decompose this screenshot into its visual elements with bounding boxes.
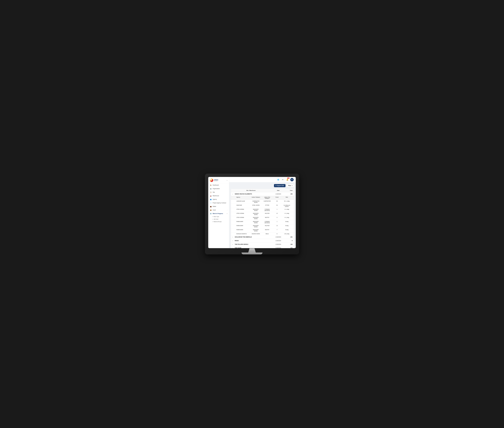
group-total: 241 — [286, 236, 294, 238]
group-row-riona[interactable]: ∨ RIONA 1/18/2024 9 — [231, 239, 294, 243]
sub-table-header: Agency Labour Category Labour Sub Catego… — [231, 196, 294, 200]
sub-col-labour-cat: Labour Category — [250, 196, 261, 200]
cell-note: H i j bldg — [281, 208, 293, 212]
cell-agency: MUKESH BHARIYA — [236, 232, 250, 235]
mail-button[interactable]: ✉ — [281, 178, 285, 181]
sidebar-item-label: Dashboard — [213, 184, 219, 186]
cell-labour-sub: MISTRY — [261, 216, 273, 220]
logo-name: odan — [214, 179, 218, 181]
cell-note: A bldg — [281, 228, 293, 232]
sidebar-sub-job-card[interactable]: Job Card — [208, 218, 229, 220]
cell-note: H i j bldg — [281, 216, 293, 220]
sidebar-sub-material-recipe[interactable]: Material Recipe — [208, 220, 229, 223]
avatar-initial: N — [292, 179, 293, 180]
cell-count: 9 — [273, 216, 281, 220]
sidebar-sub-work-type[interactable]: Work Type — [208, 215, 229, 218]
cell-labour-cat: STEEL WORK — [250, 204, 261, 208]
cell-agency: JITEN VERMA — [236, 216, 250, 220]
contract-icon: 📄 — [210, 202, 211, 204]
sidebar-item-project-agency-contract[interactable]: 📄 Project Agency Contract — [208, 201, 229, 205]
sidebar-item-warehouse[interactable]: 🏭 Warehouse — [208, 194, 229, 198]
sidebar-item-organization[interactable]: 🏢 Organization — [208, 187, 229, 190]
sub-rows: JHANGIR ALAM CARPENTER WORK CARPENTER 50… — [231, 200, 294, 235]
warehouse-icon: 🏭 — [210, 195, 211, 197]
dot-icon — [212, 219, 213, 219]
cell-count: 8 — [273, 232, 281, 235]
group-total: 102 — [286, 247, 294, 248]
site-icon: 📋 — [210, 191, 211, 193]
group-chevron-down: ∨ — [231, 237, 234, 238]
content-area: ⬇ Export CSV Filter ≡ Site / Warehouse — [229, 182, 296, 248]
wip-expand-icon: ∨ — [227, 213, 228, 214]
cell-agency: RAMKUMAR — [236, 220, 250, 224]
sidebar-item-label: Asset — [213, 209, 216, 211]
cell-labour-sub: FITTER — [261, 204, 273, 208]
group-name: THE POLARIS WORLD — [234, 244, 271, 245]
cell-note: A g bldg and podium — [281, 204, 293, 208]
sidebar-sub-label: Job Card — [214, 219, 218, 220]
avatar-button[interactable]: N — [290, 178, 294, 181]
cell-labour-sub: MALE — [261, 232, 273, 235]
sidebar-item-wallet[interactable]: 💼 Wallet — [208, 205, 229, 208]
sidebar-item-asset[interactable]: 📦 Asset › — [208, 208, 229, 212]
group-name: DMD PARK — [234, 247, 271, 248]
table-row: SANOVAR STEEL WORK FITTER 55 A g bldg an… — [231, 204, 294, 208]
col-date: Date — [271, 189, 286, 192]
sub-col-agency: Agency — [236, 196, 250, 200]
col-total: Total — [286, 189, 294, 192]
cell-labour-sub: MISTRY — [261, 228, 273, 232]
sidebar-item-agency[interactable]: 👥 Agency — [208, 198, 229, 201]
cell-labour-cat: CARPENTER WORK — [250, 200, 261, 204]
cell-count: 55 — [273, 204, 281, 208]
translate-icon: 🌐 — [277, 179, 279, 181]
sidebar-item-label: Wallet — [213, 206, 216, 207]
table-row: MUKESH BHARIYA BHARAI WORK MALE 8 A B j … — [231, 232, 294, 235]
cell-count: 12 — [273, 212, 281, 216]
group-row-dmd[interactable]: ∨ DMD PARK 1/18/2024 102 — [231, 246, 294, 248]
sub-col-labour-sub: Labour Sub Category — [261, 196, 273, 200]
sidebar-item-work-in-progress[interactable]: ⚙️ Work In Progress ∨ — [208, 212, 229, 215]
table-row: RAMKUMAR MASONRY WORK MISTRY 7 A bldg — [231, 228, 294, 232]
cell-labour-sub: HELPER — [261, 224, 273, 228]
group-date: 1/18/2024 — [271, 236, 286, 238]
export-csv-button[interactable]: ⬇ Export CSV — [274, 184, 285, 187]
table-row: RAMKUMAR MASONRY WORK HELPER 13 A bldg — [231, 224, 294, 228]
translate-button[interactable]: 🌐 — [276, 178, 280, 181]
sidebar-item-label: Site — [213, 191, 215, 193]
filter-button[interactable]: Filter ≡ — [286, 184, 294, 187]
sidebar-item-site[interactable]: 📋 Site — [208, 190, 229, 194]
stand-neck — [248, 248, 256, 253]
col-site-warehouse: Site / Warehouse — [231, 189, 271, 192]
group-row-shaligram[interactable]: ∨ SHALIGRAM THE EMERALD 1/18/2024 241 — [231, 235, 294, 239]
cell-count: 13 — [273, 224, 281, 228]
collapse-icon[interactable]: « — [227, 180, 228, 181]
cell-note: B h i j bldg — [281, 200, 293, 204]
cell-count: 7 — [273, 228, 281, 232]
logo-sub: infotech — [214, 181, 218, 182]
table-row: RAMKUMAR MASONRY WORK FORMAN (MUNSHI) 1 … — [231, 220, 294, 224]
cell-labour-cat: MASONRY WORK — [250, 228, 261, 232]
wip-icon: ⚙️ — [210, 213, 211, 214]
group-row-polaris[interactable]: ∨ THE POLARIS WORLD 1/18/2024 146 — [231, 243, 294, 246]
table-row: JITEN VERMA MASONRY WORK HELPER 12 H i j… — [231, 212, 294, 216]
group-date: 1/18/2024 — [271, 193, 286, 195]
group-date: 1/18/2024 — [271, 244, 286, 245]
notification-badge: 99+ — [287, 178, 289, 179]
sidebar-sub-label: Material Recipe — [214, 221, 221, 222]
sidebar-item-label: Warehouse — [213, 195, 219, 197]
sub-col-note: Note — [281, 196, 293, 200]
sidebar-item-label: Organization — [213, 188, 220, 189]
group-total: 146 — [286, 244, 294, 245]
cell-agency: RAMKUMAR — [236, 224, 250, 228]
logo-icon — [210, 179, 213, 182]
sidebar-item-dashboard[interactable]: 🏠 Dashboard — [208, 183, 229, 187]
mail-icon: ✉ — [282, 179, 283, 181]
cell-count: 1 — [273, 220, 281, 224]
notification-button[interactable]: 🔔 99+ — [286, 178, 289, 181]
filter-icon: ≡ — [292, 185, 293, 186]
group-row-siddhi[interactable]: ∧ SIDDHI VINAYAK ELEMENTS 1/18/2024 156 — [231, 192, 294, 196]
cell-labour-sub: HELPER — [261, 212, 273, 216]
cell-agency: JITEN VERMA — [236, 212, 250, 216]
group-total: 9 — [286, 240, 294, 241]
sub-col-count: Count — [273, 196, 281, 200]
